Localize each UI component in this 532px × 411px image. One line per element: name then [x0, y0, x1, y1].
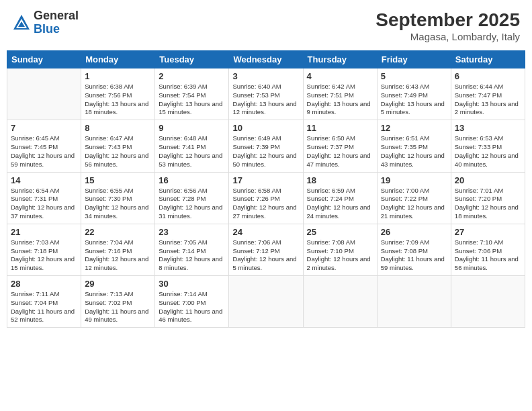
logo-icon [12, 13, 31, 32]
col-header-saturday: Saturday [451, 51, 525, 68]
day-info: Sunrise: 6:56 AM Sunset: 7:28 PM Dayligh… [159, 187, 225, 221]
calendar-cell: 4Sunrise: 6:42 AM Sunset: 7:51 PM Daylig… [303, 68, 377, 120]
day-number: 10 [232, 123, 299, 133]
day-number: 22 [85, 227, 151, 237]
day-info: Sunrise: 7:11 AM Sunset: 7:04 PM Dayligh… [11, 290, 77, 324]
day-info: Sunrise: 7:06 AM Sunset: 7:12 PM Dayligh… [232, 238, 299, 273]
calendar-cell: 24Sunrise: 7:06 AM Sunset: 7:12 PM Dayli… [229, 224, 303, 275]
day-info: Sunrise: 7:05 AM Sunset: 7:14 PM Dayligh… [159, 238, 225, 273]
logo-text: General Blue [34, 9, 79, 36]
day-number: 27 [455, 227, 521, 237]
calendar-cell: 30Sunrise: 7:14 AM Sunset: 7:00 PM Dayli… [155, 276, 229, 328]
calendar-week-row: 7Sunrise: 6:45 AM Sunset: 7:45 PM Daylig… [7, 120, 525, 172]
calendar-cell: 5Sunrise: 6:43 AM Sunset: 7:49 PM Daylig… [377, 68, 451, 120]
page-header: General Blue September 2025 Magasa, Lomb… [7, 7, 525, 45]
calendar-week-row: 21Sunrise: 7:03 AM Sunset: 7:18 PM Dayli… [7, 224, 525, 275]
day-number: 25 [307, 227, 373, 237]
day-info: Sunrise: 6:47 AM Sunset: 7:43 PM Dayligh… [85, 134, 151, 169]
calendar-cell: 19Sunrise: 7:00 AM Sunset: 7:22 PM Dayli… [377, 172, 451, 224]
col-header-thursday: Thursday [303, 51, 377, 68]
day-number: 7 [11, 123, 77, 133]
calendar-cell [303, 276, 377, 328]
day-number: 21 [11, 227, 77, 237]
calendar-cell: 9Sunrise: 6:48 AM Sunset: 7:41 PM Daylig… [155, 120, 229, 172]
day-number: 8 [85, 123, 151, 133]
calendar-cell: 14Sunrise: 6:54 AM Sunset: 7:31 PM Dayli… [7, 172, 81, 224]
day-number: 17 [232, 175, 299, 185]
day-number: 15 [85, 175, 151, 185]
day-info: Sunrise: 6:59 AM Sunset: 7:24 PM Dayligh… [307, 187, 373, 221]
day-info: Sunrise: 7:01 AM Sunset: 7:20 PM Dayligh… [455, 187, 521, 221]
calendar-cell: 23Sunrise: 7:05 AM Sunset: 7:14 PM Dayli… [155, 224, 229, 275]
day-number: 2 [159, 71, 225, 81]
calendar-cell: 3Sunrise: 6:40 AM Sunset: 7:53 PM Daylig… [229, 68, 303, 120]
day-number: 26 [381, 227, 447, 237]
calendar-cell: 16Sunrise: 6:56 AM Sunset: 7:28 PM Dayli… [155, 172, 229, 224]
day-number: 16 [159, 175, 225, 185]
calendar-week-row: 1Sunrise: 6:38 AM Sunset: 7:56 PM Daylig… [7, 68, 525, 120]
day-number: 6 [455, 71, 521, 81]
calendar-cell: 10Sunrise: 6:49 AM Sunset: 7:39 PM Dayli… [229, 120, 303, 172]
day-number: 3 [232, 71, 299, 81]
calendar-cell: 17Sunrise: 6:58 AM Sunset: 7:26 PM Dayli… [229, 172, 303, 224]
day-number: 9 [159, 123, 225, 133]
day-info: Sunrise: 7:00 AM Sunset: 7:22 PM Dayligh… [381, 187, 447, 221]
day-number: 19 [381, 175, 447, 185]
day-number: 29 [85, 279, 151, 289]
day-info: Sunrise: 6:38 AM Sunset: 7:56 PM Dayligh… [85, 83, 151, 117]
day-number: 1 [85, 71, 151, 81]
day-number: 24 [232, 227, 299, 237]
calendar-week-row: 14Sunrise: 6:54 AM Sunset: 7:31 PM Dayli… [7, 172, 525, 224]
calendar-cell: 27Sunrise: 7:10 AM Sunset: 7:06 PM Dayli… [451, 224, 525, 275]
calendar-cell: 20Sunrise: 7:01 AM Sunset: 7:20 PM Dayli… [451, 172, 525, 224]
day-number: 28 [11, 279, 77, 289]
day-info: Sunrise: 6:40 AM Sunset: 7:53 PM Dayligh… [232, 83, 299, 117]
logo-blue-text: Blue [34, 23, 79, 36]
title-block: September 2025 Magasa, Lombardy, Italy [375, 9, 520, 42]
calendar-week-row: 28Sunrise: 7:11 AM Sunset: 7:04 PM Dayli… [7, 276, 525, 328]
calendar-cell: 15Sunrise: 6:55 AM Sunset: 7:30 PM Dayli… [81, 172, 155, 224]
day-info: Sunrise: 6:48 AM Sunset: 7:41 PM Dayligh… [159, 134, 225, 169]
calendar-cell [377, 276, 451, 328]
calendar-cell: 13Sunrise: 6:53 AM Sunset: 7:33 PM Dayli… [451, 120, 525, 172]
calendar-cell [229, 276, 303, 328]
col-header-tuesday: Tuesday [155, 51, 229, 68]
day-info: Sunrise: 7:04 AM Sunset: 7:16 PM Dayligh… [85, 238, 151, 273]
calendar-cell: 25Sunrise: 7:08 AM Sunset: 7:10 PM Dayli… [303, 224, 377, 275]
day-info: Sunrise: 6:55 AM Sunset: 7:30 PM Dayligh… [85, 187, 151, 221]
day-info: Sunrise: 6:39 AM Sunset: 7:54 PM Dayligh… [159, 83, 225, 117]
day-number: 20 [455, 175, 521, 185]
day-number: 5 [381, 71, 447, 81]
day-info: Sunrise: 7:13 AM Sunset: 7:02 PM Dayligh… [85, 290, 151, 324]
calendar-cell [7, 68, 81, 120]
day-info: Sunrise: 7:14 AM Sunset: 7:00 PM Dayligh… [159, 290, 225, 324]
calendar-cell: 7Sunrise: 6:45 AM Sunset: 7:45 PM Daylig… [7, 120, 81, 172]
day-number: 13 [455, 123, 521, 133]
day-info: Sunrise: 7:09 AM Sunset: 7:08 PM Dayligh… [381, 238, 447, 273]
day-info: Sunrise: 6:43 AM Sunset: 7:49 PM Dayligh… [381, 83, 447, 117]
day-number: 30 [159, 279, 225, 289]
day-info: Sunrise: 6:50 AM Sunset: 7:37 PM Dayligh… [307, 134, 373, 169]
calendar-cell: 12Sunrise: 6:51 AM Sunset: 7:35 PM Dayli… [377, 120, 451, 172]
calendar-cell [451, 276, 525, 328]
day-number: 23 [159, 227, 225, 237]
day-number: 11 [307, 123, 373, 133]
day-number: 12 [381, 123, 447, 133]
calendar-cell: 21Sunrise: 7:03 AM Sunset: 7:18 PM Dayli… [7, 224, 81, 275]
day-info: Sunrise: 6:44 AM Sunset: 7:47 PM Dayligh… [455, 83, 521, 117]
day-info: Sunrise: 6:54 AM Sunset: 7:31 PM Dayligh… [11, 187, 77, 221]
day-info: Sunrise: 6:45 AM Sunset: 7:45 PM Dayligh… [11, 134, 77, 169]
day-info: Sunrise: 6:53 AM Sunset: 7:33 PM Dayligh… [455, 134, 521, 169]
day-info: Sunrise: 6:42 AM Sunset: 7:51 PM Dayligh… [307, 83, 373, 117]
calendar-cell: 29Sunrise: 7:13 AM Sunset: 7:02 PM Dayli… [81, 276, 155, 328]
logo: General Blue [12, 9, 79, 36]
calendar-cell: 18Sunrise: 6:59 AM Sunset: 7:24 PM Dayli… [303, 172, 377, 224]
calendar-cell: 26Sunrise: 7:09 AM Sunset: 7:08 PM Dayli… [377, 224, 451, 275]
col-header-wednesday: Wednesday [229, 51, 303, 68]
day-info: Sunrise: 6:58 AM Sunset: 7:26 PM Dayligh… [232, 187, 299, 221]
day-number: 18 [307, 175, 373, 185]
day-info: Sunrise: 7:03 AM Sunset: 7:18 PM Dayligh… [11, 238, 77, 273]
calendar-cell: 11Sunrise: 6:50 AM Sunset: 7:37 PM Dayli… [303, 120, 377, 172]
month-year-title: September 2025 [375, 9, 520, 31]
calendar-cell: 22Sunrise: 7:04 AM Sunset: 7:16 PM Dayli… [81, 224, 155, 275]
